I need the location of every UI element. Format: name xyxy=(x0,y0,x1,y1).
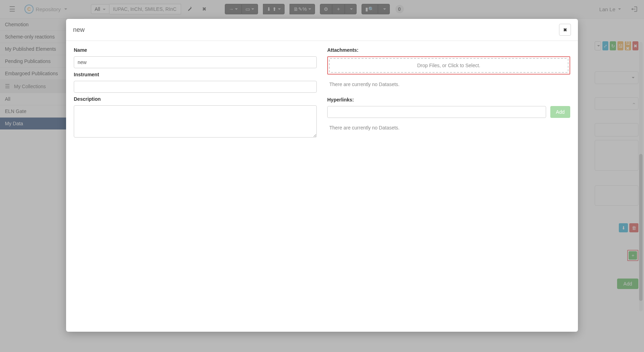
description-label: Description xyxy=(74,96,317,102)
name-input[interactable] xyxy=(74,56,317,68)
modal-left-column: Name Instrument Description xyxy=(74,47,317,138)
name-label: Name xyxy=(74,47,317,53)
modal-header: new ✖ xyxy=(66,19,578,41)
dropzone-text: Drop Files, or Click to Select. xyxy=(417,63,480,68)
hyperlink-row: Add xyxy=(327,106,570,118)
hyperlink-add-button[interactable]: Add xyxy=(550,106,570,118)
modal-overlay: new ✖ Name Instrument Description Attach… xyxy=(0,0,644,352)
file-dropzone[interactable]: Drop Files, or Click to Select. xyxy=(329,58,568,73)
empty-datasets-msg: There are currently no Datasets. xyxy=(327,78,570,93)
modal-body: Name Instrument Description Attachments:… xyxy=(66,41,578,144)
empty-datasets-msg-2: There are currently no Datasets. xyxy=(327,121,570,137)
dropzone-highlight: Drop Files, or Click to Select. xyxy=(327,56,570,75)
dataset-modal: new ✖ Name Instrument Description Attach… xyxy=(66,19,578,332)
modal-close-button[interactable]: ✖ xyxy=(559,24,571,36)
modal-title: new xyxy=(73,26,85,34)
modal-right-column: Attachments: Drop Files, or Click to Sel… xyxy=(327,47,570,138)
hyperlink-input[interactable] xyxy=(327,106,546,118)
description-textarea[interactable] xyxy=(74,105,317,138)
hyperlinks-label: Hyperlinks: xyxy=(327,97,570,103)
instrument-input[interactable] xyxy=(74,81,317,93)
instrument-label: Instrument xyxy=(74,72,317,77)
attachments-label: Attachments: xyxy=(327,47,570,53)
